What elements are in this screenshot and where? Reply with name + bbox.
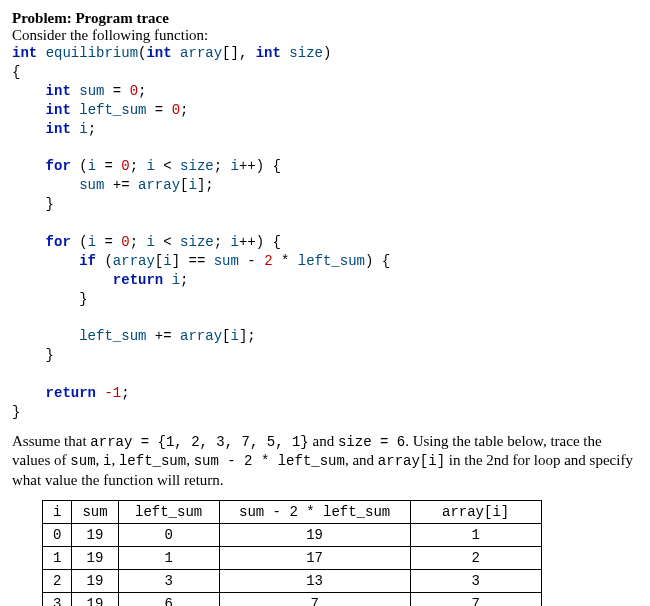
cell: 6: [118, 593, 219, 606]
problem-heading: Problem: Program trace Consider the foll…: [12, 10, 638, 44]
num: -1: [104, 385, 121, 401]
cell: 17: [219, 547, 410, 570]
id: array: [180, 328, 222, 344]
text: , and: [345, 452, 378, 468]
id: sum: [79, 83, 104, 99]
id: i: [88, 158, 96, 174]
id: sum: [214, 253, 239, 269]
col-i: i: [43, 501, 72, 524]
cell: 1: [118, 547, 219, 570]
kw: if: [79, 253, 96, 269]
col-sum: sum: [72, 501, 118, 524]
problem-description: Assume that array = {1, 2, 3, 7, 5, 1} a…: [12, 432, 638, 491]
kw: return: [46, 385, 96, 401]
id: i: [172, 272, 180, 288]
cell: 1: [410, 524, 541, 547]
table-row: 2 19 3 13 3: [43, 570, 542, 593]
text: ,: [96, 452, 104, 468]
id: i: [88, 234, 96, 250]
text: ,: [111, 452, 119, 468]
kw: int: [146, 45, 171, 61]
text: and: [309, 433, 338, 449]
text: sum: [70, 453, 95, 469]
id: sum: [79, 177, 104, 193]
text: ,: [186, 452, 194, 468]
id: size: [180, 234, 214, 250]
id: left_sum: [298, 253, 365, 269]
fn-name: equilibrium: [46, 45, 138, 61]
table-row: 3 19 6 7 7: [43, 593, 542, 606]
cell: 19: [72, 593, 118, 606]
problem-prompt: Consider the following function:: [12, 27, 208, 43]
id: i: [146, 158, 154, 174]
kw: for: [46, 158, 71, 174]
text: left_sum: [119, 453, 186, 469]
cell: 0: [118, 524, 219, 547]
num: 0: [121, 234, 129, 250]
id: i: [230, 328, 238, 344]
text: Assume that: [12, 433, 90, 449]
cell: 19: [219, 524, 410, 547]
cell: 3: [118, 570, 219, 593]
num: 0: [121, 158, 129, 174]
cell: 1: [43, 547, 72, 570]
id: size: [289, 45, 323, 61]
text: size = 6: [338, 434, 405, 450]
id: i: [188, 177, 196, 193]
cell: 19: [72, 547, 118, 570]
col-left-sum: left_sum: [118, 501, 219, 524]
col-array-i: array[i]: [410, 501, 541, 524]
id: size: [180, 158, 214, 174]
num: 2: [264, 253, 272, 269]
id: left_sum: [79, 328, 146, 344]
id: left_sum: [79, 102, 146, 118]
id: i: [231, 234, 239, 250]
kw: int: [256, 45, 281, 61]
trace-table: i sum left_sum sum - 2 * left_sum array[…: [42, 500, 542, 606]
text: array[i]: [378, 453, 445, 469]
cell: 3: [43, 593, 72, 606]
kw: int: [46, 83, 71, 99]
text: sum - 2 * left_sum: [194, 453, 345, 469]
id: array: [113, 253, 155, 269]
cell: 19: [72, 570, 118, 593]
num: 0: [172, 102, 180, 118]
cell: 0: [43, 524, 72, 547]
id: i: [231, 158, 239, 174]
kw: int: [46, 121, 71, 137]
id: i: [163, 253, 171, 269]
cell: 3: [410, 570, 541, 593]
table-header-row: i sum left_sum sum - 2 * left_sum array[…: [43, 501, 542, 524]
num: 0: [130, 83, 138, 99]
id: i: [146, 234, 154, 250]
kw: for: [46, 234, 71, 250]
problem-title: Problem: Program trace: [12, 10, 169, 26]
table-row: 0 19 0 19 1: [43, 524, 542, 547]
id: i: [79, 121, 87, 137]
kw: int: [12, 45, 37, 61]
cell: 19: [72, 524, 118, 547]
id: array: [180, 45, 222, 61]
cell: 2: [43, 570, 72, 593]
kw: return: [113, 272, 163, 288]
cell: 2: [410, 547, 541, 570]
col-expr: sum - 2 * left_sum: [219, 501, 410, 524]
id: array: [138, 177, 180, 193]
cell: 7: [219, 593, 410, 606]
text: array = {1, 2, 3, 7, 5, 1}: [90, 434, 308, 450]
table-row: 1 19 1 17 2: [43, 547, 542, 570]
cell: 13: [219, 570, 410, 593]
code-listing: int equilibrium(int array[], int size) {…: [12, 44, 638, 422]
cell: 7: [410, 593, 541, 606]
kw: int: [46, 102, 71, 118]
